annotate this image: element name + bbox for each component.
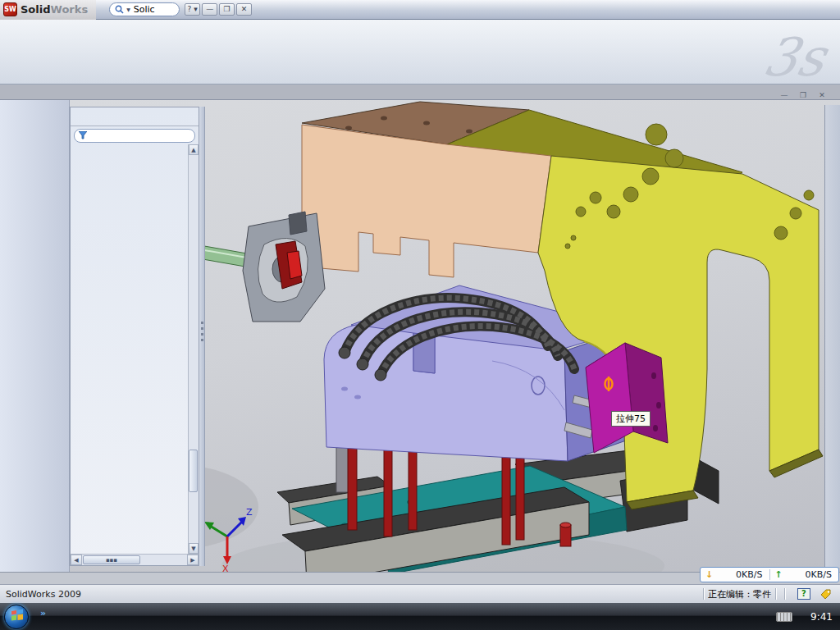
quick-tips-help-icon[interactable]: ? <box>797 588 810 600</box>
triad-z-label: Z <box>246 507 253 518</box>
status-separator <box>703 588 704 600</box>
panel-splitter[interactable] <box>199 107 205 566</box>
scroll-up-arrow[interactable]: ▲ <box>189 144 199 155</box>
doc-restore-button[interactable]: ❐ <box>795 90 811 102</box>
input-method-keyboard-icon[interactable] <box>776 612 792 622</box>
task-pane-strip <box>824 105 840 568</box>
close-button[interactable]: ✕ <box>236 3 252 16</box>
tag-icon[interactable] <box>819 588 832 600</box>
start-button[interactable] <box>4 605 29 629</box>
document-window-controls: — ❐ ✕ <box>776 90 830 102</box>
feature-tooltip: 拉伸75 <box>611 411 651 427</box>
search-scope-dropdown[interactable]: ▼ <box>126 7 130 12</box>
status-bar: SolidWorks 2009 正在编辑：零件 ? <box>0 584 840 603</box>
quick-launch-expand-chevron[interactable]: » <box>40 608 46 619</box>
status-separator <box>784 588 785 600</box>
search-input[interactable] <box>132 3 171 16</box>
system-tray: 9:41 <box>776 611 840 623</box>
status-version-text: SolidWorks 2009 <box>0 589 699 600</box>
scroll-down-arrow[interactable]: ▼ <box>189 543 199 554</box>
dassault-watermark: 3s <box>760 34 829 80</box>
upload-speed: ↑0KB/S <box>770 569 839 580</box>
main-area: Y Z X ▲ ▼ <box>0 100 840 573</box>
filter-funnel-icon <box>79 131 87 139</box>
upload-arrow-icon: ↑ <box>775 569 783 580</box>
windows-taskbar: » 9:41 <box>0 603 840 630</box>
tree-filter-row <box>71 126 199 144</box>
command-manager-tabs <box>0 84 840 100</box>
search-icon <box>115 2 124 17</box>
tree-horizontal-scrollbar[interactable]: ◀ ▪▪▪ ▶ <box>71 554 199 565</box>
splitter-grip <box>201 322 203 343</box>
download-speed: ↓0KB/S <box>701 569 769 580</box>
scroll-right-arrow[interactable]: ▶ <box>187 555 199 565</box>
scroll-left-arrow[interactable]: ◀ <box>71 555 82 565</box>
doc-close-button[interactable]: ✕ <box>814 90 830 102</box>
doc-minimize-button[interactable]: — <box>776 90 792 102</box>
tree-items-list <box>71 144 188 554</box>
side-clamp-gray <box>187 212 325 322</box>
app-title-bold: Solid <box>21 3 51 16</box>
help-button[interactable]: ? ▾ <box>185 3 200 16</box>
solidworks-window: SW SolidWorks ▼ ? ▾ — ❐ ✕ 3s <box>0 0 840 630</box>
feature-manager-tree: ▲ ▼ ◀ ▪▪▪ ▶ <box>70 107 199 566</box>
left-feature-toolbars <box>0 100 70 573</box>
tree-filter-input[interactable] <box>74 129 195 143</box>
taskbar-clock[interactable]: 9:41 <box>810 611 833 623</box>
restore-button[interactable]: ❐ <box>219 3 235 16</box>
scroll-track[interactable] <box>189 155 199 543</box>
tree-vertical-scrollbar[interactable]: ▲ ▼ <box>188 144 199 554</box>
download-arrow-icon: ↓ <box>705 569 713 580</box>
command-manager-toolbar: 3s <box>0 20 840 84</box>
scroll-thumb[interactable] <box>189 450 198 492</box>
search-box[interactable]: ▼ <box>109 2 180 16</box>
network-speed-widget[interactable]: ↓0KB/S ↑0KB/S <box>700 567 839 582</box>
app-title: SolidWorks <box>21 3 88 16</box>
features-toolbar-column <box>0 100 34 573</box>
app-window-controls: ? ▾ — ❐ ✕ <box>185 3 252 16</box>
minimize-button[interactable]: — <box>202 3 217 16</box>
app-title-light: Works <box>51 3 89 16</box>
status-editing-text: 正在编辑：零件 <box>708 588 771 600</box>
download-value: 0KB/S <box>736 569 762 580</box>
title-bar: SW SolidWorks ▼ ? ▾ — ❐ ✕ <box>0 0 840 20</box>
status-separator <box>775 588 776 600</box>
hscroll-thumb[interactable]: ▪▪▪ <box>83 555 140 564</box>
solidworks-logo-icon: SW <box>3 2 17 16</box>
surfaces-toolbar-column <box>34 100 69 573</box>
tree-header-tabs <box>71 107 199 126</box>
app-logo: SW SolidWorks <box>0 0 96 20</box>
upload-value: 0KB/S <box>806 569 832 580</box>
